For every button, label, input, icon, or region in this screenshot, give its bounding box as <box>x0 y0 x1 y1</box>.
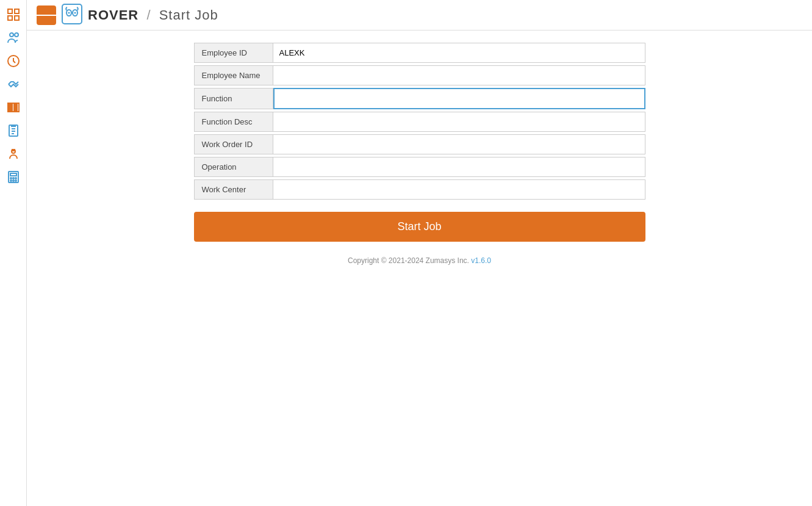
svg-point-19 <box>10 178 12 179</box>
main-area: ROVER / Start Job Employee ID Employee N… <box>27 0 812 506</box>
svg-rect-9 <box>12 103 14 112</box>
page-title: Start Job <box>159 7 218 23</box>
work-order-id-label: Work Order ID <box>194 134 273 154</box>
operation-input[interactable] <box>273 157 645 177</box>
start-job-button[interactable]: Start Job <box>194 212 645 242</box>
header-title: ROVER / Start Job <box>88 7 218 23</box>
employee-id-input[interactable] <box>273 43 645 63</box>
sidebar-icon-people[interactable] <box>4 28 23 48</box>
sidebar-icon-calculator[interactable] <box>4 167 23 187</box>
svg-rect-25 <box>62 4 82 24</box>
logo-icon <box>61 3 83 27</box>
employee-name-row: Employee Name <box>194 65 645 85</box>
function-label: Function <box>194 88 273 109</box>
employee-name-input[interactable] <box>273 65 645 85</box>
svg-rect-7 <box>8 103 9 112</box>
sidebar-icon-clipboard[interactable] <box>4 121 23 140</box>
svg-point-29 <box>74 12 76 13</box>
content-area: Employee ID Employee Name Function Funct… <box>27 31 812 506</box>
employee-id-label: Employee ID <box>194 43 273 63</box>
function-input[interactable] <box>273 88 645 109</box>
work-order-id-input[interactable] <box>273 134 645 154</box>
footer: Copyright © 2021-2024 Zumasys Inc. v1.6.… <box>194 256 645 265</box>
sidebar <box>0 0 27 506</box>
svg-point-23 <box>13 180 14 181</box>
svg-rect-1 <box>15 9 19 13</box>
employee-id-row: Employee ID <box>194 43 645 63</box>
svg-point-4 <box>10 33 13 37</box>
function-desc-label: Function Desc <box>194 112 273 132</box>
work-center-label: Work Center <box>194 179 273 200</box>
svg-rect-10 <box>15 103 16 112</box>
function-row: Function <box>194 88 645 109</box>
sidebar-icon-barcode[interactable] <box>4 98 23 117</box>
svg-point-5 <box>15 33 18 37</box>
svg-point-24 <box>15 180 16 181</box>
footer-copyright: Copyright © 2021-2024 Zumasys Inc. <box>348 256 469 265</box>
operation-label: Operation <box>194 157 273 177</box>
svg-point-28 <box>68 12 70 13</box>
employee-name-label: Employee Name <box>194 65 273 85</box>
footer-version[interactable]: v1.6.0 <box>471 256 491 265</box>
header: ROVER / Start Job <box>27 0 812 31</box>
svg-rect-11 <box>17 103 19 112</box>
function-desc-input[interactable] <box>273 112 645 132</box>
form-container: Employee ID Employee Name Function Funct… <box>194 43 645 265</box>
work-center-row: Work Center <box>194 179 645 200</box>
work-order-id-row: Work Order ID <box>194 134 645 154</box>
menu-button[interactable] <box>37 5 56 25</box>
brand-name: ROVER <box>88 7 138 23</box>
work-center-input[interactable] <box>273 179 645 200</box>
svg-rect-18 <box>10 173 16 176</box>
svg-rect-8 <box>10 103 11 112</box>
function-desc-row: Function Desc <box>194 112 645 132</box>
svg-rect-0 <box>8 9 12 13</box>
sidebar-icon-handshake[interactable] <box>4 74 23 94</box>
operation-row: Operation <box>194 157 645 177</box>
sidebar-icon-clock[interactable] <box>4 51 23 71</box>
header-separator: / <box>146 7 151 23</box>
sidebar-icon-engineer[interactable] <box>4 144 23 164</box>
svg-rect-3 <box>15 16 19 20</box>
svg-point-22 <box>10 180 12 181</box>
sidebar-icon-grid[interactable] <box>4 5 23 24</box>
svg-point-21 <box>15 178 16 179</box>
svg-rect-2 <box>8 16 12 20</box>
svg-point-20 <box>13 178 14 179</box>
